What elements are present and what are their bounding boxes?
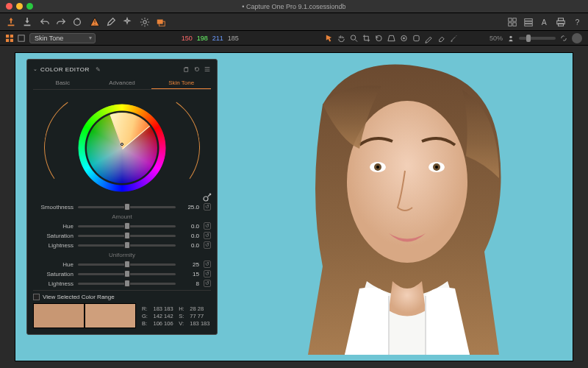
view-range-checkbox[interactable] <box>33 294 40 300</box>
swatch-row: R:183 183H:28 28 G:142 142S:77 77 B:106 … <box>33 303 211 328</box>
panel-tabs: Basic Advanced Skin Tone <box>33 77 211 90</box>
zoom-icon[interactable] <box>350 33 358 43</box>
picker-dot[interactable] <box>121 143 123 146</box>
portrait-image <box>279 60 528 355</box>
panel-menu-icon[interactable] <box>204 64 211 74</box>
svg-point-21 <box>351 35 355 39</box>
close-window-button[interactable] <box>6 3 12 10</box>
svg-rect-9 <box>525 21 533 24</box>
tab-basic[interactable]: Basic <box>33 77 93 89</box>
redo-icon[interactable] <box>56 17 66 27</box>
color-readout: R:183 183H:28 28 G:142 142S:77 77 B:106 … <box>136 303 211 328</box>
reset-icon[interactable] <box>72 17 82 27</box>
title-bar: • Capture One Pro 9.1.cosessiondb <box>0 0 588 13</box>
color-editor-panel: ⌄ COLOR EDITOR ✎ Basic Advanced Skin Ton… <box>26 59 218 335</box>
color-wheel[interactable] <box>33 94 211 201</box>
rotate-icon[interactable] <box>375 33 383 43</box>
edit-icon[interactable] <box>106 17 116 27</box>
uniformity-lightness-slider: Lightness8↺ <box>33 280 211 287</box>
uniformity-hue-slider: Hue25↺ <box>33 261 211 268</box>
window-title: • Capture One Pro 9.1.cosessiondb <box>0 3 588 10</box>
svg-rect-7 <box>513 22 516 25</box>
window-controls <box>6 3 33 10</box>
collapse-icon[interactable]: ⌄ <box>33 66 37 72</box>
svg-point-0 <box>74 18 81 25</box>
warning-icon[interactable] <box>90 17 100 27</box>
eraser-icon[interactable] <box>437 33 445 43</box>
gear-icon[interactable] <box>140 17 150 27</box>
export-icon[interactable] <box>22 17 32 27</box>
zoom-level[interactable]: 50% <box>490 35 503 42</box>
svg-rect-6 <box>509 22 512 25</box>
cursor-icon[interactable] <box>325 33 333 43</box>
annotate-icon[interactable]: A <box>539 17 550 27</box>
image-canvas[interactable]: ⌄ COLOR EDITOR ✎ Basic Advanced Skin Ton… <box>15 52 573 361</box>
overlay-icon[interactable] <box>156 17 166 27</box>
whitebalance-picker-icon[interactable] <box>450 33 458 43</box>
spot-icon[interactable] <box>400 33 408 43</box>
import-icon[interactable] <box>6 17 16 27</box>
amount-hue-slider: Hue0.0↺ <box>33 222 211 230</box>
amount-lightness-slider: Lightness0.0↺ <box>33 241 211 249</box>
eyedropper-icon[interactable] <box>202 192 212 202</box>
amount-saturation-slider: Saturation0.0↺ <box>33 232 211 239</box>
exposure-person-icon <box>507 33 514 43</box>
mask-icon[interactable] <box>412 33 420 43</box>
view-range-label: View Selected Color Range <box>43 294 115 300</box>
svg-rect-16 <box>6 35 9 38</box>
brush-icon[interactable] <box>425 33 433 43</box>
panel-copy-icon[interactable] <box>183 64 190 74</box>
reset-button[interactable]: ↺ <box>204 270 211 277</box>
cursor-tool-dropdown[interactable]: Skin Tone <box>29 33 96 43</box>
swatch-before[interactable] <box>33 303 85 328</box>
keystone-icon[interactable] <box>387 33 395 43</box>
svg-point-29 <box>376 166 379 169</box>
svg-point-33 <box>204 197 208 201</box>
undo-icon[interactable] <box>40 17 50 27</box>
main-toolbar: A ? <box>0 13 588 31</box>
uniformity-label: Uniformity <box>33 252 211 258</box>
svg-rect-19 <box>10 38 13 41</box>
minimize-window-button[interactable] <box>16 3 23 10</box>
selection-wedge[interactable] <box>87 113 157 183</box>
reset-button[interactable]: ↺ <box>204 261 211 268</box>
print-icon[interactable] <box>556 17 566 27</box>
help-icon[interactable]: ? <box>572 17 582 27</box>
svg-rect-14 <box>559 23 564 26</box>
zoom-window-button[interactable] <box>26 3 33 10</box>
reset-button[interactable]: ↺ <box>204 241 211 249</box>
viewer: ⌄ COLOR EDITOR ✎ Basic Advanced Skin Ton… <box>0 46 588 368</box>
view-range-checkbox-row: View Selected Color Range <box>33 294 211 300</box>
reset-button[interactable]: ↺ <box>204 280 211 287</box>
panel-title: COLOR EDITOR <box>40 66 90 73</box>
crop-icon[interactable] <box>362 33 370 43</box>
svg-point-1 <box>143 20 146 23</box>
uniformity-saturation-slider: Saturation15↺ <box>33 270 211 277</box>
hand-icon[interactable] <box>337 33 345 43</box>
rgb-readout: 150 198 211 185 <box>182 35 239 42</box>
svg-rect-24 <box>413 35 418 40</box>
filmstrip-icon[interactable] <box>523 17 534 27</box>
svg-point-25 <box>509 35 512 38</box>
svg-text:?: ? <box>575 17 579 26</box>
single-view-icon[interactable] <box>18 35 25 42</box>
reset-button[interactable]: ↺ <box>204 203 211 210</box>
pin-icon[interactable]: ✎ <box>96 66 101 73</box>
tab-skintone[interactable]: Skin Tone <box>151 77 211 89</box>
user-avatar[interactable] <box>572 33 582 43</box>
tab-advanced[interactable]: Advanced <box>93 77 152 89</box>
auto-icon[interactable] <box>122 17 132 27</box>
svg-rect-4 <box>509 18 512 21</box>
grid-view-icon[interactable] <box>507 17 517 27</box>
reset-button[interactable]: ↺ <box>204 232 211 239</box>
swatch-after[interactable] <box>85 303 136 328</box>
svg-rect-8 <box>525 18 533 21</box>
svg-point-23 <box>403 38 404 39</box>
svg-rect-20 <box>18 35 24 40</box>
panel-reset-icon[interactable] <box>193 64 201 74</box>
secondary-toolbar: Skin Tone 150 198 211 185 50% <box>0 31 588 46</box>
grid-icon[interactable] <box>6 35 13 42</box>
reset-button[interactable]: ↺ <box>204 222 211 230</box>
exposure-sim-slider[interactable] <box>519 37 556 40</box>
cycle-icon[interactable] <box>560 33 567 43</box>
